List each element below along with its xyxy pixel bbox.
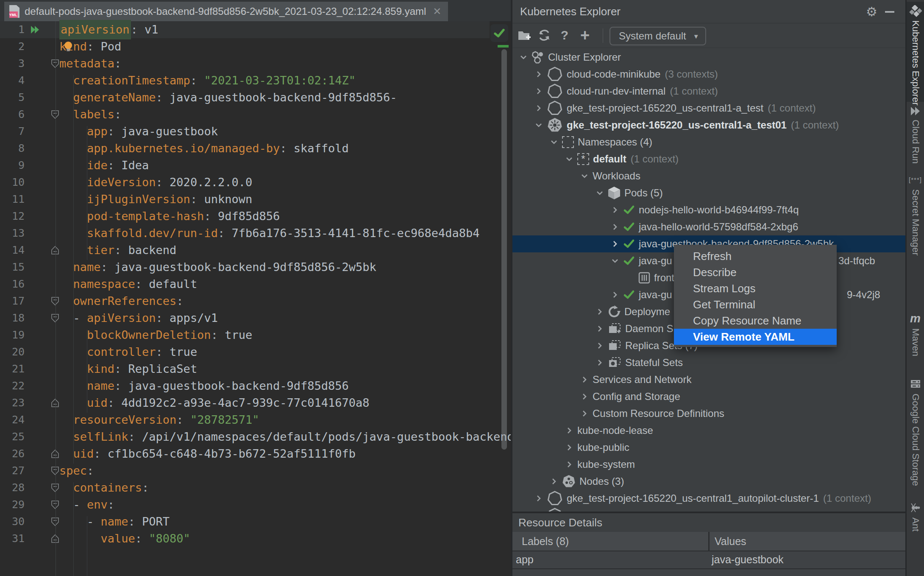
tree-row[interactable]: gke_test-project-165220_us-central1-a_te… bbox=[512, 117, 905, 134]
tree-row[interactable]: Config and Storage bbox=[512, 388, 905, 405]
code-line[interactable]: 27spec: bbox=[0, 462, 511, 479]
tree-row[interactable]: Nodes (3) bbox=[512, 473, 905, 490]
code-line[interactable]: 4 creationTimestamp: "2021-03-23T01:02:1… bbox=[0, 72, 511, 89]
fold-marker-icon[interactable] bbox=[50, 517, 60, 526]
code-line[interactable]: 28 containers: bbox=[0, 479, 511, 496]
context-dropdown[interactable]: System default ▼ bbox=[610, 27, 706, 45]
tree-row[interactable]: Namespaces (4) bbox=[512, 134, 905, 151]
fold-marker-icon[interactable] bbox=[50, 483, 60, 492]
editor-tab[interactable]: YML default-pods-java-guestbook-backend-… bbox=[4, 2, 448, 21]
tree-row[interactable]: cloud-code-minikube(3 contexts) bbox=[512, 66, 905, 83]
fold-marker-icon[interactable] bbox=[50, 466, 60, 475]
chevron-down-icon[interactable] bbox=[518, 52, 529, 63]
fold-marker-icon[interactable] bbox=[50, 398, 60, 408]
code-line[interactable]: 18 - apiVersion: apps/v1 bbox=[0, 310, 511, 327]
stripe-tab-kubernetes-explorer[interactable]: Kubernetes Explorer bbox=[907, 2, 924, 102]
menu-item-copy-resource-name[interactable]: Copy Resource Name bbox=[674, 313, 837, 329]
stripe-tab-secret-manager[interactable]: [***]Secret Manager bbox=[907, 169, 924, 260]
menu-item-stream-logs[interactable]: Stream Logs bbox=[674, 280, 837, 296]
code-line[interactable]: 19 blockOwnerDeletion: true bbox=[0, 327, 511, 344]
chevron-down-icon[interactable] bbox=[533, 120, 544, 131]
chevron-right-icon[interactable] bbox=[579, 391, 590, 402]
tree-row[interactable]: kube-system bbox=[512, 456, 905, 473]
tree-row[interactable]: Pods (5) bbox=[512, 185, 905, 201]
chevron-down-icon[interactable] bbox=[579, 171, 590, 182]
stripe-tab-cloud-run[interactable]: Cloud Run bbox=[907, 102, 924, 164]
stripe-tab-ant[interactable]: Ant bbox=[907, 497, 924, 534]
inspections-status-button[interactable] bbox=[490, 24, 508, 42]
fold-marker-icon[interactable] bbox=[50, 246, 60, 255]
code-line[interactable]: 29 - env: bbox=[0, 496, 511, 513]
stripe-tab-maven[interactable]: mMaven bbox=[907, 308, 924, 359]
editor-scrollbar[interactable] bbox=[501, 49, 507, 450]
fold-marker-icon[interactable] bbox=[50, 500, 60, 509]
chevron-right-icon[interactable] bbox=[579, 374, 590, 385]
chevron-right-icon[interactable] bbox=[610, 204, 621, 215]
chevron-right-icon[interactable] bbox=[564, 442, 575, 453]
code-line[interactable]: 26 uid: cf1bc654-c648-4b73-b672-52af5111… bbox=[0, 445, 511, 462]
code-line[interactable]: 8 app.kubernetes.io/managed-by: skaffold bbox=[0, 140, 511, 157]
tree-row[interactable]: nodejs-hello-world-b46944f99-7ft4q bbox=[512, 201, 905, 218]
tree-row[interactable]: Cluster Explorer bbox=[512, 49, 905, 66]
code-line[interactable]: 9 ide: Idea bbox=[0, 157, 511, 174]
code-line[interactable]: 31 value: "8080" bbox=[0, 530, 511, 547]
fold-marker-icon[interactable] bbox=[50, 313, 60, 323]
fold-marker-icon[interactable] bbox=[50, 534, 60, 543]
code-line[interactable]: 10 ideVersion: 2020.2.2.0.0 bbox=[0, 174, 511, 191]
help-icon[interactable]: ? bbox=[556, 26, 573, 45]
tree-row[interactable]: kube-node-lease bbox=[512, 422, 905, 439]
code-line[interactable]: 3metadata: bbox=[0, 55, 511, 72]
chevron-right-icon[interactable] bbox=[533, 493, 544, 504]
chevron-right-icon[interactable] bbox=[610, 221, 621, 232]
code-line[interactable]: 17 ownerReferences: bbox=[0, 293, 511, 310]
tab-close-icon[interactable]: ✕ bbox=[433, 6, 441, 17]
tree-row[interactable]: gke_test-project-165220_us-central1_auto… bbox=[512, 490, 905, 507]
tree-row[interactable]: java-hello-world-57598df584-2xbg6 bbox=[512, 218, 905, 235]
tree-row[interactable]: Custom Resource Definitions bbox=[512, 405, 905, 422]
tree-row[interactable]: Services and Network bbox=[512, 371, 905, 388]
code-line[interactable]: 1apiVersion: v1 bbox=[0, 21, 511, 38]
code-line[interactable]: 11 ijPluginVersion: unknown bbox=[0, 191, 511, 208]
chevron-right-icon[interactable] bbox=[594, 357, 605, 368]
details-row[interactable] bbox=[512, 551, 905, 568]
menu-item-refresh[interactable]: Refresh bbox=[674, 248, 837, 264]
menu-item-get-terminal[interactable]: Get Terminal bbox=[674, 296, 837, 313]
code-line[interactable]: 15 name: java-guestbook-backend-9df85d85… bbox=[0, 259, 511, 276]
tree-row[interactable]: Workloads bbox=[512, 168, 905, 185]
tree-row[interactable] bbox=[512, 507, 905, 512]
fold-marker-icon[interactable] bbox=[50, 59, 60, 68]
chevron-right-icon[interactable] bbox=[564, 459, 575, 470]
chevron-right-icon[interactable] bbox=[594, 323, 605, 334]
code-line[interactable]: 23 uid: 4dd192c2-a93e-4ac7-939c-77c01416… bbox=[0, 394, 511, 411]
chevron-right-icon[interactable] bbox=[594, 306, 605, 317]
chevron-right-icon[interactable] bbox=[548, 476, 559, 487]
gear-icon[interactable]: ⚙ bbox=[866, 4, 877, 19]
chevron-down-icon[interactable] bbox=[564, 154, 575, 165]
run-gutter-icon[interactable] bbox=[30, 21, 42, 38]
chevron-right-icon[interactable] bbox=[610, 238, 621, 249]
chevron-right-icon[interactable] bbox=[533, 103, 544, 114]
tree-row[interactable]: kube-public bbox=[512, 439, 905, 456]
code-line[interactable]: 12 pod-template-hash: 9df85d856 bbox=[0, 208, 511, 225]
menu-item-describe[interactable]: Describe bbox=[674, 264, 837, 280]
code-line[interactable]: 30 - name: PORT bbox=[0, 513, 511, 530]
code-line[interactable]: 14 tier: backend bbox=[0, 242, 511, 259]
tree-row[interactable]: *default(1 context) bbox=[512, 151, 905, 168]
code-line[interactable]: 13 skaffold.dev/run-id: 7fb6a176-3513-41… bbox=[0, 225, 511, 242]
minimize-icon[interactable] bbox=[885, 11, 894, 13]
code-area[interactable]: 1apiVersion: v12kind: Pod3metadata:4 cre… bbox=[0, 21, 511, 547]
code-line[interactable]: 7 app: java-guestbook bbox=[0, 123, 511, 140]
code-line[interactable]: 24 resourceVersion: "28782571" bbox=[0, 411, 511, 428]
code-line[interactable]: 16 namespace: default bbox=[0, 276, 511, 293]
tree-row[interactable]: cloud-run-dev-internal(1 context) bbox=[512, 83, 905, 100]
code-line[interactable]: 2kind: Pod bbox=[0, 38, 511, 55]
fold-marker-icon[interactable] bbox=[50, 296, 60, 306]
chevron-right-icon[interactable] bbox=[564, 425, 575, 436]
intention-bulb-icon[interactable] bbox=[63, 41, 74, 52]
chevron-right-icon[interactable] bbox=[533, 86, 544, 97]
code-line[interactable]: 25 selfLink: /api/v1/namespaces/default/… bbox=[0, 428, 511, 445]
menu-item-view-remote-yaml[interactable]: View Remote YAML bbox=[674, 329, 837, 345]
chevron-down-icon[interactable] bbox=[610, 255, 621, 266]
code-line[interactable]: 21 kind: ReplicaSet bbox=[0, 361, 511, 377]
code-line[interactable]: 6 labels: bbox=[0, 106, 511, 123]
